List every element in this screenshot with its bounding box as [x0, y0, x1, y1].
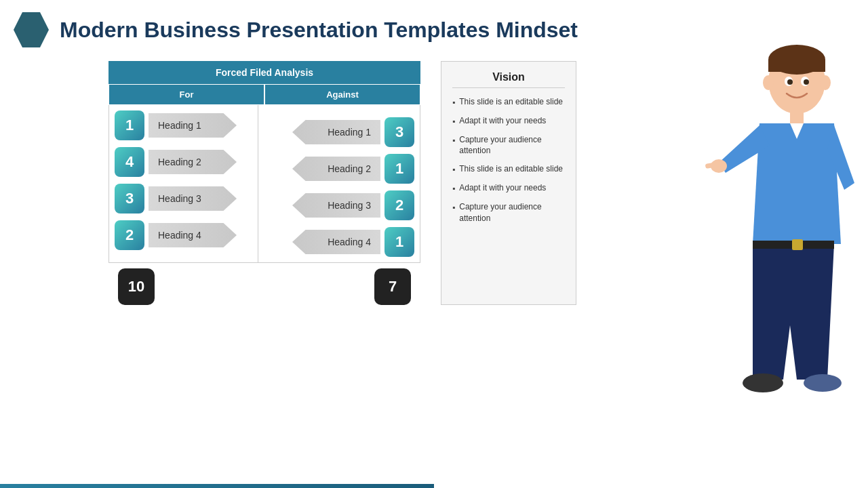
totals-row: 10 7 — [108, 268, 420, 305]
bottom-bar — [0, 484, 434, 488]
right-badge-4: 1 — [384, 227, 414, 257]
left-label-1: Heading 1 — [149, 113, 237, 138]
bullet-icon: ▪ — [452, 202, 455, 214]
ffa-body: 1 Heading 1 4 Heading 2 3 Heading 3 2 He… — [108, 105, 420, 263]
list-item: 3 Heading 3 — [115, 184, 252, 214]
ffa-header: Forced Filed Analysis — [108, 61, 420, 84]
bullet-icon: ▪ — [452, 164, 455, 176]
vision-item-2: ▪ Adapt it with your needs — [452, 115, 565, 127]
bullet-icon: ▪ — [452, 183, 455, 195]
svg-point-4 — [820, 75, 831, 90]
right-label-4: Heading 4 — [292, 230, 380, 254]
left-badge-1: 1 — [115, 110, 144, 140]
left-badge-2: 4 — [115, 147, 144, 177]
bullet-icon: ▪ — [452, 97, 455, 108]
right-badge-2: 1 — [384, 154, 414, 184]
vision-item-3: ▪ Capture your audience attention — [452, 134, 565, 157]
character-illustration — [692, 27, 868, 461]
total-for-badge: 10 — [118, 268, 155, 305]
ffa-col-against: Against — [264, 84, 420, 105]
list-item: 1 Heading 1 — [115, 110, 252, 140]
right-label-1: Heading 1 — [292, 120, 380, 144]
svg-point-7 — [787, 79, 793, 85]
left-label-4: Heading 4 — [149, 223, 237, 247]
list-item: Heading 1 3 — [264, 117, 414, 147]
list-item: 4 Heading 2 — [115, 147, 252, 177]
left-badge-3: 3 — [115, 184, 144, 214]
vision-panel: Vision ▪ This slide is an editable slide… — [441, 61, 576, 305]
left-label-3: Heading 3 — [149, 186, 237, 211]
ffa-subheaders: For Against — [108, 84, 420, 105]
svg-rect-13 — [792, 239, 803, 250]
left-column: 1 Heading 1 4 Heading 2 3 Heading 3 2 He… — [109, 105, 258, 262]
bullet-icon: ▪ — [452, 135, 455, 146]
right-badge-3: 2 — [384, 190, 414, 220]
right-label-2: Heading 2 — [292, 157, 380, 181]
svg-point-10 — [743, 373, 783, 392]
list-item: Heading 4 1 — [264, 227, 414, 257]
right-badge-1: 3 — [384, 117, 414, 147]
ffa-container: Forced Filed Analysis For Against 1 Head… — [108, 61, 420, 305]
svg-rect-9 — [790, 110, 804, 123]
svg-point-8 — [804, 79, 809, 85]
list-item: 2 Heading 4 — [115, 220, 252, 250]
svg-rect-2 — [768, 60, 825, 72]
page-title: Modern Business Presentation Templates M… — [60, 18, 578, 43]
total-against-badge: 7 — [374, 268, 411, 305]
vision-item-4: ▪ This slide is an editable slide — [452, 163, 565, 176]
list-item: Heading 3 2 — [264, 190, 414, 220]
vision-title: Vision — [452, 71, 565, 88]
hexagon-icon — [14, 12, 49, 47]
vision-item-6: ▪ Capture your audience attention — [452, 201, 565, 224]
ffa-col-for: For — [108, 84, 264, 105]
left-label-2: Heading 2 — [149, 150, 237, 174]
left-badge-4: 2 — [115, 220, 144, 250]
svg-point-3 — [763, 75, 774, 90]
vision-item-5: ▪ Adapt it with your needs — [452, 182, 565, 195]
svg-point-11 — [804, 374, 842, 392]
right-label-3: Heading 3 — [292, 193, 380, 218]
vision-item-1: ▪ This slide is an editable slide — [452, 96, 565, 108]
right-column: Heading 1 3 Heading 2 1 Heading 3 2 Head… — [258, 105, 420, 262]
list-item: Heading 2 1 — [264, 154, 414, 184]
bullet-icon: ▪ — [452, 116, 455, 127]
